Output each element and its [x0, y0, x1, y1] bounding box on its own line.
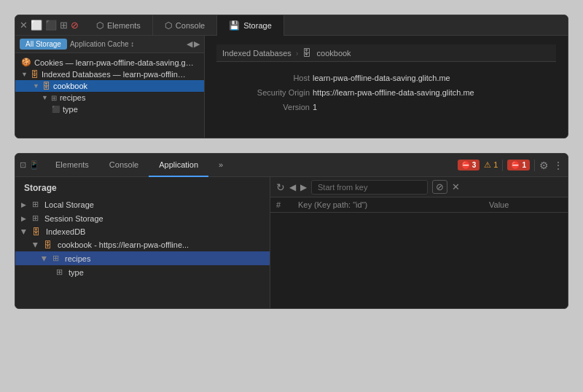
- recipes-table-icon: ⊞: [52, 254, 59, 263]
- tree-indexeddb[interactable]: ▶ 🗄 IndexedDB: [15, 225, 270, 238]
- tab-bottom-elements[interactable]: Elements: [45, 154, 99, 177]
- ls-grid-icon: ⊞: [32, 200, 39, 209]
- breadcrumb-sep: ›: [296, 49, 299, 58]
- dock2-icon[interactable]: ⬛: [45, 20, 57, 31]
- refresh-button[interactable]: ↻: [276, 181, 285, 193]
- tree-local-storage[interactable]: ▶ ⊞ Local Storage: [15, 197, 270, 211]
- info-badge: ⛔ 1: [507, 160, 530, 170]
- tab-console[interactable]: ⬡ Console: [153, 15, 217, 36]
- tab-bottom-console[interactable]: Console: [99, 154, 149, 177]
- tree-session-storage[interactable]: ▶ ⊞ Session Storage: [15, 211, 270, 225]
- elements-icon: ⬡: [96, 20, 103, 31]
- tree-item-type[interactable]: ⬛ type: [15, 103, 204, 115]
- top-toolbar: ✕ ⬜ ⬛ ⊞ ⊘ ⬡ Elements ⬡ Console 💾 Storage: [15, 15, 568, 36]
- top-tree-view: 🍪 Cookies — learn-pwa-offline-data-savin…: [15, 53, 204, 118]
- col-key: Key (Key path: "id"): [298, 200, 489, 209]
- clear-search-button[interactable]: ⊘: [432, 180, 447, 194]
- tab-more[interactable]: »: [208, 154, 233, 177]
- security-label: Security Origin: [222, 88, 310, 97]
- error-badge: ⛔ 3: [458, 160, 480, 170]
- close-icon[interactable]: ✕: [20, 20, 28, 31]
- col-hash: #: [276, 200, 298, 209]
- version-value: 1: [313, 103, 550, 111]
- storage-tab-icon: 💾: [229, 20, 240, 31]
- cookbook-db-icon: 🗄: [44, 240, 52, 249]
- table-header: # Key (Key path: "id") Value: [270, 197, 568, 213]
- breadcrumb-db[interactable]: Indexed Databases: [222, 49, 292, 58]
- divider2: [534, 160, 535, 171]
- db-icon: 🗄: [31, 70, 39, 79]
- bottom-tab-bar: ⊡ 📱 Elements Console Application »: [20, 154, 453, 177]
- tree-item-cookies[interactable]: 🍪 Cookies — learn-pwa-offline-data-savin…: [15, 56, 204, 68]
- top-sidebar: All Storage Application Cache ↕ ◀ ▶ 🍪 Co…: [15, 36, 205, 138]
- ss-grid-icon: ⊞: [32, 213, 39, 223]
- stop-icon[interactable]: ⊘: [71, 20, 79, 31]
- tree-cookbook[interactable]: ▶ 🗄 cookbook - https://learn-pwa-offline…: [15, 238, 270, 251]
- bottom-toolbar-icons: ⛔ 3 ⚠ 1 ⛔ 1 ⚙ ⋮: [458, 160, 563, 171]
- warning-badge: ⚠ 1: [484, 160, 498, 170]
- more-icon[interactable]: ⊞: [60, 20, 68, 31]
- top-main: Indexed Databases › 🗄 cookbook Host lear…: [205, 36, 568, 138]
- chevron-down-icon: ▼: [33, 82, 39, 90]
- bottom-sidebar: Storage ▶ ⊞ Local Storage ▶ ⊞ Session St…: [15, 177, 270, 308]
- prev-button[interactable]: ◀: [289, 182, 296, 192]
- app-cache-label[interactable]: Application Cache ↕: [70, 40, 134, 48]
- cookie-icon: 🍪: [21, 58, 31, 67]
- devtools-icons: ⊡ 📱: [20, 160, 39, 170]
- type-table-icon: ⊞: [56, 267, 63, 277]
- all-storage-button[interactable]: All Storage: [20, 39, 67, 50]
- error-icon: ⛔: [461, 161, 470, 169]
- top-tab-bar: ⬡ Elements ⬡ Console 💾 Storage: [85, 15, 563, 36]
- divider: [502, 160, 503, 171]
- settings-icon[interactable]: ⚙: [539, 160, 549, 171]
- tab-storage[interactable]: 💾 Storage: [217, 15, 284, 36]
- console-icon: ⬡: [165, 20, 172, 31]
- info-grid: Host learn-pwa-offline-data-saving.glitc…: [216, 62, 556, 123]
- info-icon: ⛔: [511, 161, 520, 169]
- dock-icon[interactable]: ⬜: [31, 20, 42, 31]
- nav-arrows: ◀ ▶: [187, 39, 200, 49]
- version-label: Version: [222, 103, 310, 111]
- cursor-icon[interactable]: ⊡: [20, 160, 26, 170]
- breadcrumb-item: 🗄 cookbook: [302, 48, 351, 58]
- bottom-main-toolbar: ↻ ◀ ▶ ⊘ ✕: [270, 177, 568, 197]
- bottom-devtools-panel: ⊡ 📱 Elements Console Application » ⛔ 3 ⚠…: [15, 153, 568, 309]
- bottom-toolbar: ⊡ 📱 Elements Console Application » ⛔ 3 ⚠…: [15, 154, 568, 177]
- top-sidebar-toolbar: All Storage Application Cache ↕ ◀ ▶: [15, 36, 204, 53]
- recipes-grid-icon: ⊞: [51, 94, 57, 102]
- more-options-icon[interactable]: ⋮: [553, 160, 563, 171]
- tree-recipes[interactable]: ▶ ⊞ recipes: [15, 251, 270, 265]
- top-devtools-panel: ✕ ⬜ ⬛ ⊞ ⊘ ⬡ Elements ⬡ Console 💾 Storage: [15, 15, 568, 138]
- tree-item-cookbook[interactable]: ▼ 🗄 cookbook: [15, 80, 204, 92]
- recipes-chevron-icon: ▶: [41, 256, 48, 261]
- security-value: https://learn-pwa-offline-data-saving.gl…: [313, 88, 550, 97]
- next-button[interactable]: ▶: [300, 182, 307, 192]
- ls-chevron-icon: ▶: [21, 201, 26, 208]
- host-label: Host: [222, 74, 310, 82]
- breadcrumb-bar: Indexed Databases › 🗄 cookbook: [216, 44, 556, 62]
- nav-left-icon[interactable]: ◀: [187, 39, 192, 49]
- tree-item-indexed-db[interactable]: ▼ 🗄 Indexed Databases — learn-pwa-offlin…: [15, 68, 204, 80]
- col-value: Value: [489, 200, 562, 209]
- bottom-tree: ▶ ⊞ Local Storage ▶ ⊞ Session Storage ▶ …: [15, 196, 270, 281]
- bottom-main: ↻ ◀ ▶ ⊘ ✕ # Key (Key path: "id") Value: [270, 177, 568, 308]
- cookbook-icon: 🗄: [42, 82, 50, 90]
- warning-icon: ⚠: [484, 160, 491, 169]
- top-content: All Storage Application Cache ↕ ◀ ▶ 🍪 Co…: [15, 36, 568, 138]
- host-value: learn-pwa-offline-data-saving.glitch.me: [313, 74, 550, 82]
- toolbar-icons: ✕ ⬜ ⬛ ⊞ ⊘: [20, 20, 79, 31]
- tab-elements[interactable]: ⬡ Elements: [85, 15, 153, 36]
- tree-item-recipes[interactable]: ▼ ⊞ recipes: [15, 92, 204, 103]
- start-from-key-input[interactable]: [311, 180, 428, 195]
- nav-right-icon[interactable]: ▶: [194, 39, 200, 49]
- close-search-button[interactable]: ✕: [452, 181, 460, 192]
- mobile-icon[interactable]: 📱: [29, 160, 39, 170]
- storage-header: Storage: [15, 177, 270, 196]
- idb-chevron-icon: ▶: [20, 230, 28, 235]
- tree-type[interactable]: ⊞ type: [15, 265, 270, 279]
- chevron-open-icon: ▼: [21, 71, 28, 78]
- type-icon: ⬛: [52, 106, 60, 113]
- tab-bottom-application[interactable]: Application: [149, 154, 208, 177]
- breadcrumb-db-icon: 🗄: [302, 48, 311, 58]
- chevron-recipes-icon: ▼: [42, 94, 48, 101]
